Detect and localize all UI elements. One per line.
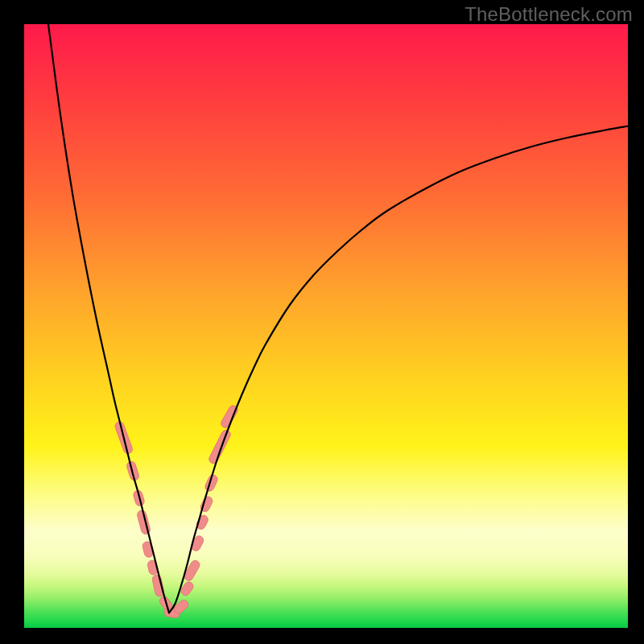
curve-left-branch xyxy=(48,24,169,613)
marker-layer xyxy=(114,404,240,619)
watermark-text: TheBottleneck.com xyxy=(464,3,633,26)
chart-svg xyxy=(24,24,628,628)
outer-frame: TheBottleneck.com xyxy=(0,0,644,644)
plot-area xyxy=(24,24,628,628)
marker-pill xyxy=(208,428,232,464)
curve-right-branch xyxy=(169,126,628,613)
